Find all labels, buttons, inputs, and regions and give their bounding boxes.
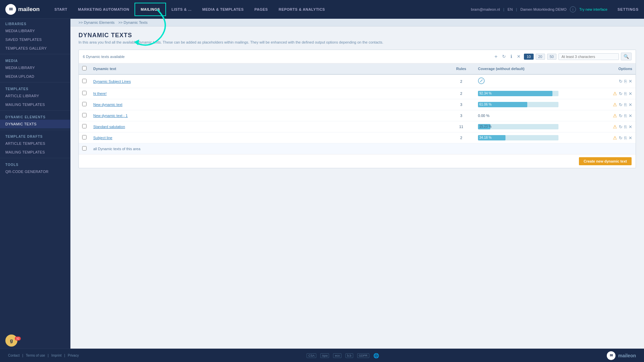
row-checkbox-2[interactable]: [82, 91, 87, 95]
page-header: DYNAMIC TEXTS In this area you find all …: [70, 26, 644, 47]
settings-btn[interactable]: SETTINGS: [618, 7, 639, 11]
row-rules-4: 3: [448, 110, 475, 121]
footer-contact[interactable]: Contact: [8, 354, 19, 357]
table-row: Dynamic Subject Lines 2 ↻ ⎘: [79, 74, 636, 88]
client-name[interactable]: Damen Motorkleding DEMO: [520, 7, 567, 11]
row-refresh-6[interactable]: ↻: [619, 135, 623, 140]
footer-left: Contact | Terms of use | Imprint | Priva…: [8, 354, 79, 357]
sidebar-item-mailing-templates2[interactable]: MAILING TEMPLATES: [0, 148, 70, 157]
row-copy-3[interactable]: ⎘: [624, 102, 627, 107]
col-header-rules[interactable]: Rules: [448, 63, 475, 74]
footer-imprint[interactable]: Imprint: [51, 354, 62, 357]
nav-item-marketing[interactable]: MARKETING AUTOMATION: [73, 0, 135, 19]
row-link-4[interactable]: New dynamic text - 1: [93, 114, 128, 118]
search-input[interactable]: [558, 53, 619, 60]
row-checkbox-3[interactable]: [82, 102, 87, 106]
sidebar-item-media-upload[interactable]: MEDIA UPLOAD: [0, 72, 70, 81]
logo[interactable]: ✉ maileon: [5, 4, 40, 15]
add-icon-btn[interactable]: +: [493, 53, 499, 60]
nav-item-start[interactable]: START: [49, 0, 72, 19]
breadcrumb-dynamic-texts[interactable]: >> Dynamic Texts: [118, 20, 148, 24]
user-email[interactable]: bram@maileon.nl: [471, 7, 500, 11]
table-row: New dynamic text 3 61.06 % ⚠: [79, 99, 636, 110]
row-options-6: ⚠ ↻ ⎘ ✕: [582, 132, 636, 143]
breadcrumb-dynamic-elements[interactable]: >> Dynamic Elements: [78, 20, 115, 24]
page-size-20[interactable]: 20: [536, 54, 545, 60]
sidebar-item-saved-templates[interactable]: SAVED TEMPLATES: [0, 35, 70, 44]
row-link-5[interactable]: Standard salutation: [93, 125, 125, 129]
row-delete-3[interactable]: ✕: [629, 102, 632, 107]
col-header-name[interactable]: Dynamic text: [90, 63, 448, 74]
coverage-bar-wrap-6: 34.18 %: [478, 135, 558, 140]
footer-sep3: |: [64, 354, 65, 357]
footer-badge-csa: CSA: [307, 353, 316, 358]
lang-selector[interactable]: EN: [507, 7, 513, 11]
sidebar-item-article-templates[interactable]: ARTICLE TEMPLATES: [0, 139, 70, 148]
row-refresh-4[interactable]: ↻: [619, 113, 623, 118]
table-row: Standard salutation 11 15.23 % ⚠: [79, 121, 636, 132]
row-checkbox-4[interactable]: [82, 113, 87, 117]
row-refresh-2[interactable]: ↻: [619, 91, 623, 96]
footer-terms[interactable]: Terms of use: [26, 354, 45, 357]
info-icon-btn[interactable]: ℹ: [509, 53, 514, 60]
sidebar-item-article-library[interactable]: ARTICLE LIBRARY: [0, 92, 70, 100]
row-delete-5[interactable]: ✕: [629, 124, 632, 129]
nav-item-media[interactable]: MEDIA & TEMPLATES: [197, 0, 249, 19]
table-row: hi there! 2 92.34 % ⚠ ↻: [79, 88, 636, 99]
nav-item-lists[interactable]: LISTS & ...: [166, 0, 197, 19]
row-name-4: New dynamic text - 1: [90, 110, 448, 121]
refresh-icon-btn[interactable]: ↻: [501, 53, 507, 60]
row-refresh-1[interactable]: ↻: [619, 79, 623, 84]
row-copy-6[interactable]: ⎘: [624, 135, 627, 140]
footer-badge-ispa: ispa: [320, 353, 329, 358]
row-copy-4[interactable]: ⎘: [624, 113, 627, 118]
page-size-10[interactable]: 10: [524, 54, 533, 60]
sidebar-item-media-library[interactable]: MEDIA LIBRARY: [0, 26, 70, 35]
footer-logo-text: maileon: [618, 353, 636, 358]
row-actions-2: ⚠ ↻ ⎘ ✕: [585, 91, 632, 96]
select-all-label: all Dynamic texts of this area: [90, 143, 636, 155]
row-rules-1: 2: [448, 74, 475, 88]
row-copy-1[interactable]: ⎘: [624, 79, 627, 84]
user-notification-badge: 32: [15, 337, 21, 341]
header-checkbox[interactable]: [82, 66, 87, 70]
row-refresh-3[interactable]: ↻: [619, 102, 623, 107]
row-options-1: ↻ ⎘ ✕: [582, 74, 636, 88]
try-new-link[interactable]: Try new interface: [579, 7, 607, 11]
page-description: In this area you find all the available …: [78, 40, 447, 44]
footer-privacy[interactable]: Privacy: [68, 354, 79, 357]
select-all-checkbox[interactable]: [82, 146, 87, 150]
row-checkbox-5[interactable]: [82, 124, 87, 128]
nav-item-mailings[interactable]: MAILINGS: [135, 3, 166, 16]
row-options-4: ⚠ ↻ ⎘ ✕: [582, 110, 636, 121]
search-button[interactable]: 🔍: [621, 53, 632, 60]
row-copy-5[interactable]: ⎘: [624, 124, 627, 129]
row-delete-1[interactable]: ✕: [629, 79, 632, 84]
row-delete-6[interactable]: ✕: [629, 135, 632, 140]
nav-item-reports[interactable]: REPORTS & ANALYTICS: [273, 0, 330, 19]
row-checkbox-6[interactable]: [82, 135, 87, 139]
sidebar-item-qr-code[interactable]: QR-CODE GENERATOR: [0, 167, 70, 176]
row-link-2[interactable]: hi there!: [93, 92, 107, 96]
row-delete-4[interactable]: ✕: [629, 113, 632, 118]
sidebar-item-mailing-templates[interactable]: MAILING TEMPLATES: [0, 100, 70, 109]
row-name-2: hi there!: [90, 88, 448, 99]
sidebar-item-dynamic-texts[interactable]: DYNAMIC TEXTS: [0, 120, 70, 128]
close-icon-btn[interactable]: ✕: [516, 53, 522, 60]
page-size-50[interactable]: 50: [547, 54, 556, 60]
create-dynamic-text-btn[interactable]: Create new dynamic text: [579, 157, 632, 165]
row-link-1[interactable]: Dynamic Subject Lines: [93, 79, 131, 83]
row-link-3[interactable]: New dynamic text: [93, 103, 122, 107]
row-checkbox-1[interactable]: [82, 79, 87, 83]
row-delete-2[interactable]: ✕: [629, 91, 632, 96]
sidebar-item-templates-gallery[interactable]: TEMPLATES GALLERY: [0, 44, 70, 53]
sidebar-item-media-library2[interactable]: MEDIA LIBRARY: [0, 63, 70, 72]
coverage-bar-wrap-2: 92.34 %: [478, 91, 558, 96]
row-refresh-5[interactable]: ↻: [619, 124, 623, 129]
row-copy-2[interactable]: ⎘: [624, 91, 627, 96]
row-coverage-3: 61.06 %: [475, 99, 582, 110]
create-btn-wrap: Create new dynamic text: [79, 154, 636, 168]
user-avatar[interactable]: g: [5, 335, 17, 347]
nav-item-pages[interactable]: PAGES: [249, 0, 273, 19]
row-link-6[interactable]: Subject line: [93, 136, 112, 140]
